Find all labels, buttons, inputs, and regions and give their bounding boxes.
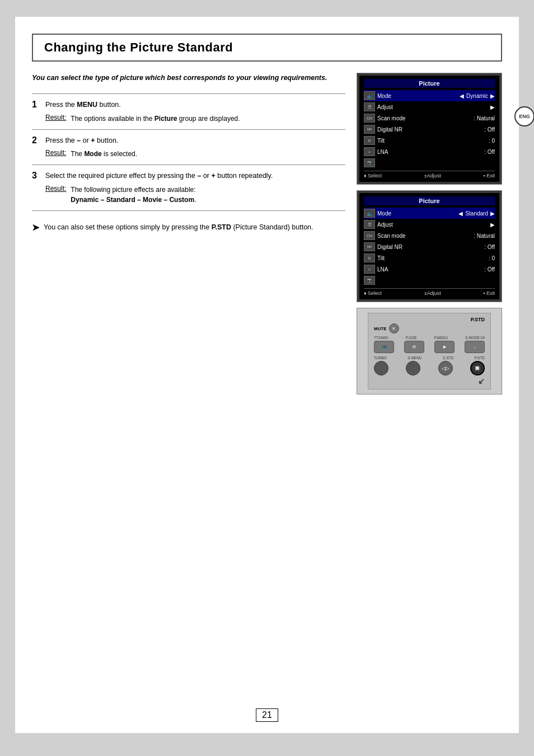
page: ENG Changing the Picture Standard You ca… xyxy=(0,0,534,756)
footer-adjust-2: ±Adjust xyxy=(424,290,441,296)
steps-table: 1 Press the MENU button. Result: The opt… xyxy=(32,93,345,211)
pstd-button[interactable]: 🔲 xyxy=(470,361,485,375)
result-label-2: Result: xyxy=(45,149,66,157)
menu-row-lna-1: ≈ LNA : Off xyxy=(364,146,495,157)
tip-section: ➤ You can also set these options simply … xyxy=(32,222,345,234)
table-row: 2 Press the – or + button. Result: The M… xyxy=(32,129,345,165)
footer-exit-1: ▪ Exit xyxy=(483,173,495,179)
step-result-2: Result: The Mode is selected. xyxy=(45,149,345,159)
result-label-1: Result: xyxy=(45,114,66,121)
menu-title-2: Picture xyxy=(364,196,495,205)
tip-arrow-icon: ➤ xyxy=(32,221,39,234)
menu-row-tilt-1: ||| Tilt : 0 xyxy=(364,135,495,146)
smode-button[interactable]: ♪ xyxy=(465,341,485,353)
mute-button[interactable]: ✕ xyxy=(389,323,399,334)
table-row: 3 Select the required picture effect by … xyxy=(32,165,345,211)
menu-screen-1-inner: Picture 📺 Mode ◀ Dynamic ▶ ☰ Adjust xyxy=(359,76,499,182)
tv-icon-2-1: 📺 xyxy=(364,209,375,218)
remote-control: P.STD MUTE ✕ TTX/MIX P.SIZE P.MEN xyxy=(368,313,491,389)
result-text-2: The Mode is selected. xyxy=(71,149,137,159)
menu-lna-label-1: LNA xyxy=(377,149,482,155)
menu-title-1: Picture xyxy=(364,79,495,88)
left-column: You can select the type of picture which… xyxy=(32,73,345,395)
label-ttxmix: TTX/MIX xyxy=(374,336,388,340)
step-number-1: 1 xyxy=(32,93,45,129)
pmenu-button[interactable]: ▶ xyxy=(434,341,455,353)
step-instruction-2: Press the – or + button. xyxy=(45,135,345,146)
eng-badge: ENG xyxy=(514,106,534,126)
page-number-text: 21 xyxy=(262,710,272,720)
tip-text: You can also set these options simply by… xyxy=(44,222,313,233)
menu-tilt-label-2: Tilt xyxy=(377,255,486,261)
menu-mode-row-2: 📺 Mode ◀ Standard ▶ xyxy=(364,208,495,219)
tv-icon-2-2: ☰ xyxy=(364,220,375,229)
footer-adjust-1: ±Adjust xyxy=(424,173,441,179)
tv-icon-7: 📷 xyxy=(364,158,375,167)
menu-row-adjust-2: ☰ Adjust ▶ xyxy=(364,219,495,230)
tv-icon-3: CH xyxy=(364,114,375,123)
pstd-top-label: P.STD xyxy=(374,317,485,322)
turbo-button[interactable] xyxy=(374,361,388,375)
mute-row: MUTE ✕ xyxy=(374,323,485,334)
label-smenu: S.MENU xyxy=(407,356,421,360)
tv-icon-2-4: NR xyxy=(364,242,375,251)
eng-badge-text: ENG xyxy=(519,114,530,119)
page-title: Changing the Picture Standard xyxy=(44,40,490,55)
menu-lna-label-2: LNA xyxy=(377,266,482,273)
menu-lna-value-2: : Off xyxy=(484,266,495,273)
menu-right-arrow-2: ▶ xyxy=(490,210,495,217)
page-number: 21 xyxy=(256,708,278,722)
menu-row-scan-2: CH Scan mode : Natural xyxy=(364,230,495,241)
menu-mode-value-2: Standard xyxy=(465,210,488,217)
menu-left-arrow-1: ◀ xyxy=(460,93,464,99)
menu-footer-1: ♦ Select ±Adjust ▪ Exit xyxy=(364,171,495,179)
page-number-area: 21 xyxy=(256,708,278,722)
menu-row-adjust-1: ☰ Adjust ▶ xyxy=(364,101,495,112)
label-pmenu: P.MENU xyxy=(434,336,448,340)
menu-row-scan-1: CH Scan mode : Natural xyxy=(364,112,495,124)
menu-screen-2-inner: Picture 📺 Mode ◀ Standard ▶ ☰ Adjust ▶ xyxy=(359,193,499,299)
menu-scan-label-1: Scan mode xyxy=(377,115,471,121)
menu-scan-value-1: : Natural xyxy=(474,115,495,121)
sstd-button[interactable]: ◁▷ xyxy=(438,361,453,375)
step-content-3: Select the required picture effect by pr… xyxy=(45,165,345,211)
menu-screen-1: Picture 📺 Mode ◀ Dynamic ▶ ☰ Adjust xyxy=(357,73,502,185)
footer-select-2: ♦ Select xyxy=(364,290,382,296)
tv-icon-1: 📺 xyxy=(364,91,375,100)
tv-icon-5: ||| xyxy=(364,136,375,145)
tv-icon-2-5: ||| xyxy=(364,253,375,262)
top-row-labels: TTX/MIX P.SIZE P.MENU S.MODE I/II xyxy=(374,336,485,340)
menu-scan-value-2: : Natural xyxy=(474,233,495,239)
smenu-button[interactable] xyxy=(406,361,420,375)
menu-row-dnr-2: NR Digital NR : Off xyxy=(364,241,495,252)
menu-tilt-value-1: : 0 xyxy=(489,138,495,144)
psize-button[interactable]: ⊞ xyxy=(404,341,424,353)
tv-icon-2-3: CH xyxy=(364,231,375,240)
menu-lna-value-1: : Off xyxy=(484,149,495,155)
label-pstd: P.STD xyxy=(475,356,485,360)
label-sstd: S.STD xyxy=(443,356,453,360)
menu-adjust-label-2: Adjust xyxy=(377,222,488,228)
step-result-3: Result: The following picture effects ar… xyxy=(45,185,345,205)
menu-row-icon-bottom-2: 📷 xyxy=(364,275,495,286)
menu-row-icon-bottom-1: 📷 xyxy=(364,157,495,168)
menu-dnr-value-1: : Off xyxy=(484,126,495,133)
footer-select-1: ♦ Select xyxy=(364,173,382,179)
remote-area: P.STD MUTE ✕ TTX/MIX P.SIZE P.MEN xyxy=(357,308,502,395)
tv-icon-6: ≈ xyxy=(364,147,375,156)
menu-screen-2: Picture 📺 Mode ◀ Standard ▶ ☰ Adjust ▶ xyxy=(357,190,502,302)
main-layout: You can select the type of picture which… xyxy=(32,73,502,395)
menu-left-arrow-2: ◀ xyxy=(458,210,463,217)
right-column: Picture 📺 Mode ◀ Dynamic ▶ ☰ Adjust xyxy=(357,73,502,395)
menu-adjust-value-2: ▶ xyxy=(490,222,495,228)
menu-row-lna-2: ≈ LNA : Off xyxy=(364,264,495,275)
result-text-3: The following picture effects are availa… xyxy=(71,185,196,205)
result-text-1: The options available in the Picture gro… xyxy=(71,114,240,124)
ttxmix-button[interactable]: 📺 xyxy=(374,341,394,353)
menu-dnr-label-1: Digital NR xyxy=(377,126,482,133)
bottom-row-buttons: ◁▷ 🔲 xyxy=(374,361,485,375)
step-content-1: Press the MENU button. Result: The optio… xyxy=(45,93,345,129)
label-psize: P.SIZE xyxy=(406,336,417,340)
tv-icon-2: ☰ xyxy=(364,102,375,111)
tv-icon-2-7: 📷 xyxy=(364,276,375,285)
